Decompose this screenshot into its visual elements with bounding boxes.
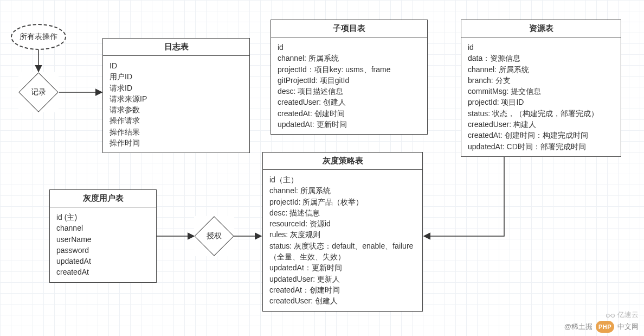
subproject-field: id bbox=[278, 42, 421, 53]
sub-project-table: 子项目表 id channel: 所属系统 projectId：项目key: u… bbox=[271, 20, 428, 135]
resource-field: status: 状态，（构建完成，部署完成） bbox=[468, 108, 614, 119]
yisuyun-watermark: 亿速云 bbox=[606, 310, 639, 320]
zhongwen-text: 中文网 bbox=[617, 322, 639, 332]
all-table-ops-node: 所有表操作 bbox=[11, 24, 66, 50]
log-field: 操作时间 bbox=[110, 137, 243, 148]
gray-user-body: id (主) channel userName password updated… bbox=[50, 207, 156, 282]
sub-project-body: id channel: 所属系统 projectId：项目key: usms、f… bbox=[271, 37, 427, 134]
subproject-field: createdUser: 创建人 bbox=[278, 97, 421, 107]
log-field: 请求来源IP bbox=[110, 93, 243, 104]
graystrategy-field: createdUser: 创建人 bbox=[269, 295, 416, 306]
graystrategy-field: rules: 灰度规则 bbox=[269, 229, 416, 240]
gray-user-title: 灰度用户表 bbox=[50, 190, 156, 207]
resource-table: 资源表 id data：资源信息 channel: 所属系统 branch: 分… bbox=[461, 20, 621, 157]
all-table-ops-label: 所有表操作 bbox=[20, 32, 57, 42]
resource-field: createdAt: 创建时间：构建完成时间 bbox=[468, 130, 614, 141]
graystrategy-field: updatedAt：更新时间 bbox=[269, 262, 416, 273]
resource-field: id bbox=[468, 42, 614, 53]
grayuser-field: createdAt bbox=[56, 267, 150, 277]
gray-strategy-body: id（主） channel: 所属系统 projectId: 所属产品（枚举） … bbox=[263, 170, 422, 311]
graystrategy-field: status: 灰度状态：default、enable、failure（全量、生… bbox=[269, 240, 416, 263]
graystrategy-field: resourceId: 资源id bbox=[269, 218, 416, 229]
resource-field: data：资源信息 bbox=[468, 53, 614, 64]
graystrategy-field: channel: 所属系统 bbox=[269, 185, 416, 196]
subproject-field: projectId：项目key: usms、frame bbox=[278, 64, 421, 75]
grayuser-field: updatedAt bbox=[56, 256, 150, 267]
graystrategy-field: updatedUser: 更新人 bbox=[269, 274, 416, 284]
grayuser-field: password bbox=[56, 245, 150, 256]
gray-strategy-title: 灰度策略表 bbox=[263, 153, 422, 170]
graystrategy-field: id（主） bbox=[269, 174, 416, 185]
graystrategy-field: createdAt：创建时间 bbox=[269, 284, 416, 295]
gray-strategy-table: 灰度策略表 id（主） channel: 所属系统 projectId: 所属产… bbox=[262, 152, 423, 312]
log-table: 日志表 ID 用户ID 请求ID 请求来源IP 请求参数 操作请求 操作结果 操… bbox=[102, 38, 250, 153]
subproject-field: desc: 项目描述信息 bbox=[278, 86, 421, 97]
infinity-icon bbox=[606, 310, 615, 320]
resource-field: updatedAt: CD时间：部署完成时间 bbox=[468, 141, 614, 152]
subproject-field: channel: 所属系统 bbox=[278, 53, 421, 64]
log-field: 请求参数 bbox=[110, 104, 243, 115]
resource-field: commitMsg: 提交信息 bbox=[468, 86, 614, 97]
grayuser-field: id (主) bbox=[56, 212, 150, 223]
log-table-title: 日志表 bbox=[103, 39, 249, 56]
graystrategy-field: desc: 描述信息 bbox=[269, 207, 416, 218]
record-label: 记录 bbox=[31, 87, 46, 97]
authorize-diamond: 授权 bbox=[194, 216, 234, 256]
log-field: 请求ID bbox=[110, 83, 243, 93]
resource-field: channel: 所属系统 bbox=[468, 64, 614, 75]
log-field: 操作结果 bbox=[110, 126, 243, 137]
subproject-field: createdAt: 创建时间 bbox=[278, 108, 421, 119]
graystrategy-field: projectId: 所属产品（枚举） bbox=[269, 196, 416, 207]
grayuser-field: userName bbox=[56, 234, 150, 245]
resource-field: createdUser: 构建人 bbox=[468, 119, 614, 130]
resource-field: branch: 分支 bbox=[468, 75, 614, 86]
php-badge-icon: PHP bbox=[596, 321, 614, 333]
gray-user-table: 灰度用户表 id (主) channel userName password u… bbox=[49, 189, 157, 283]
resource-title: 资源表 bbox=[461, 20, 621, 37]
yisuyun-text: 亿速云 bbox=[617, 310, 639, 320]
log-field: 操作请求 bbox=[110, 115, 243, 126]
record-diamond: 记录 bbox=[18, 72, 59, 112]
log-field: ID bbox=[110, 60, 243, 71]
subproject-field: updatedAt: 更新时间 bbox=[278, 119, 421, 130]
sub-project-title: 子项目表 bbox=[271, 20, 427, 37]
xitu-text: @稀土掘 bbox=[564, 322, 593, 332]
log-table-body: ID 用户ID 请求ID 请求来源IP 请求参数 操作请求 操作结果 操作时间 bbox=[103, 56, 249, 153]
watermark-row: @稀土掘 PHP 中文网 bbox=[564, 321, 639, 333]
authorize-label: 授权 bbox=[207, 231, 222, 241]
resource-field: projectId: 项目ID bbox=[468, 97, 614, 107]
log-field: 用户ID bbox=[110, 71, 243, 82]
subproject-field: gitProjectId: 项目gitId bbox=[278, 75, 421, 86]
resource-body: id data：资源信息 channel: 所属系统 branch: 分支 co… bbox=[461, 37, 621, 156]
grayuser-field: channel bbox=[56, 223, 150, 233]
